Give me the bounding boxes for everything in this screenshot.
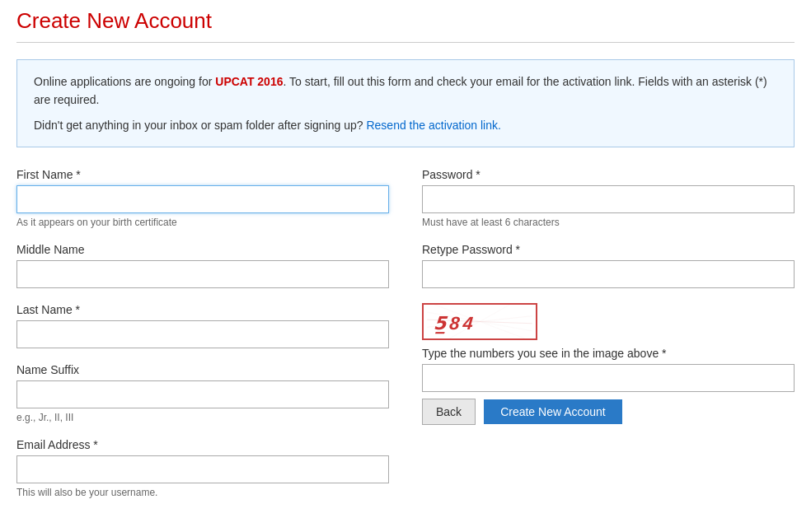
middle-name-input[interactable]	[16, 260, 389, 288]
button-row: Back Create New Account	[422, 399, 795, 425]
last-name-input[interactable]	[16, 320, 389, 348]
info-banner: Online applications are ongoing for UPCA…	[16, 59, 795, 147]
captcha-image: 5̲84	[422, 303, 537, 340]
captcha-group: 5̲84 Type the numbers you see in the ima…	[422, 303, 795, 392]
password-group: Password * Must have at least 6 characte…	[422, 168, 795, 228]
email-input[interactable]	[16, 455, 389, 483]
first-name-label: First Name *	[16, 168, 389, 181]
password-hint: Must have at least 6 characters	[422, 217, 795, 228]
page-title: Create New Account	[16, 8, 795, 34]
captcha-value: 5̲84	[433, 311, 477, 336]
first-name-hint: As it appears on your birth certificate	[16, 217, 389, 228]
title-divider	[16, 42, 795, 43]
retype-password-label: Retype Password *	[422, 243, 795, 256]
password-input[interactable]	[422, 185, 795, 213]
name-suffix-input[interactable]	[16, 380, 389, 408]
captcha-input[interactable]	[422, 364, 795, 392]
right-column: Password * Must have at least 6 characte…	[422, 168, 795, 513]
last-name-group: Last Name *	[16, 303, 389, 348]
middle-name-label: Middle Name	[16, 243, 389, 256]
email-hint: This will also be your username.	[16, 487, 389, 498]
info-prefix: Online applications are ongoing for	[34, 75, 215, 88]
password-label: Password *	[422, 168, 795, 181]
create-account-button[interactable]: Create New Account	[484, 399, 622, 424]
left-column: First Name * As it appears on your birth…	[16, 168, 389, 513]
retype-password-group: Retype Password *	[422, 243, 795, 288]
upcat-highlight: UPCAT 2016	[215, 75, 283, 88]
name-suffix-label: Name Suffix	[16, 363, 389, 376]
resend-prefix: Didn't get anything in your inbox or spa…	[34, 119, 366, 132]
resend-link[interactable]: Resend the activation link.	[366, 119, 500, 132]
email-group: Email Address * This will also be your u…	[16, 438, 389, 498]
email-label: Email Address *	[16, 438, 389, 451]
last-name-label: Last Name *	[16, 303, 389, 316]
first-name-group: First Name * As it appears on your birth…	[16, 168, 389, 228]
back-button[interactable]: Back	[422, 399, 476, 425]
retype-password-input[interactable]	[422, 260, 795, 288]
form-container: First Name * As it appears on your birth…	[16, 168, 795, 513]
name-suffix-hint: e.g., Jr., II, III	[16, 412, 389, 423]
name-suffix-group: Name Suffix e.g., Jr., II, III	[16, 363, 389, 423]
first-name-input[interactable]	[16, 185, 389, 213]
captcha-label: Type the numbers you see in the image ab…	[422, 347, 795, 360]
middle-name-group: Middle Name	[16, 243, 389, 288]
